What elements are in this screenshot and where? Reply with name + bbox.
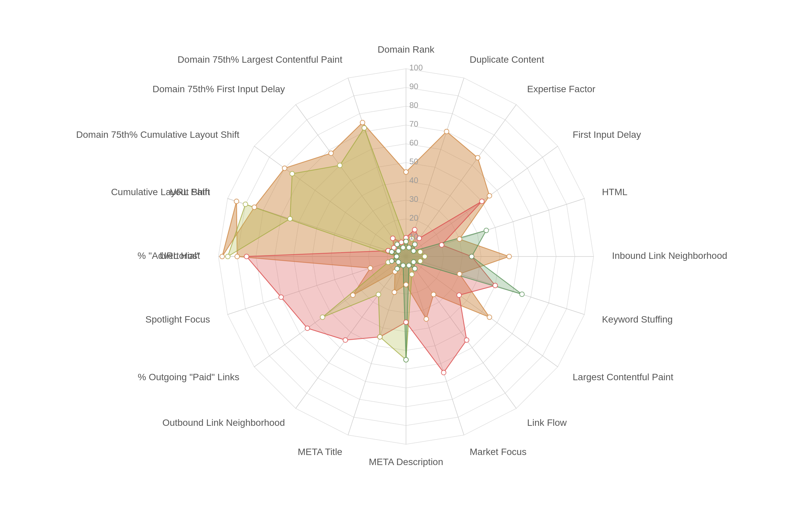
- svg-text:Domain 75th% Cumulative Layout: Domain 75th% Cumulative Layout Shift: [76, 129, 239, 140]
- svg-text:HTML: HTML: [602, 187, 628, 197]
- svg-point-72: [441, 370, 446, 375]
- svg-text:Largest Contentful Paint: Largest Contentful Paint: [573, 372, 674, 382]
- svg-point-39: [329, 151, 333, 156]
- svg-point-55: [368, 266, 373, 271]
- svg-point-106: [401, 245, 405, 250]
- svg-point-115: [412, 266, 417, 271]
- svg-text:40: 40: [409, 176, 418, 185]
- svg-point-43: [475, 156, 480, 160]
- svg-point-84: [362, 126, 367, 130]
- svg-point-37: [252, 205, 257, 210]
- svg-point-77: [279, 295, 283, 299]
- svg-point-71: [464, 338, 469, 342]
- svg-point-104: [396, 249, 401, 253]
- svg-text:Expertise Factor: Expertise Factor: [527, 84, 595, 94]
- svg-point-78: [244, 254, 249, 259]
- svg-point-67: [439, 242, 444, 247]
- svg-text:Outbound Link Neighborhood: Outbound Link Neighborhood: [163, 417, 285, 428]
- svg-point-94: [409, 272, 414, 277]
- svg-point-73: [404, 320, 408, 325]
- svg-point-96: [378, 334, 382, 339]
- svg-point-91: [418, 259, 423, 264]
- svg-point-56: [235, 254, 239, 259]
- chart-container: % "Advertorial"Cumulative Layout ShiftDo…: [0, 0, 812, 513]
- svg-text:Market Focus: Market Focus: [470, 447, 527, 457]
- svg-point-97: [376, 292, 381, 297]
- svg-text:Domain 75th% Largest Contentfu: Domain 75th% Largest Contentful Paint: [178, 54, 342, 65]
- svg-point-70: [457, 293, 462, 297]
- svg-point-75: [343, 338, 348, 342]
- svg-text:META Description: META Description: [369, 457, 443, 467]
- svg-point-113: [520, 292, 524, 296]
- svg-text:URL Host: URL Host: [160, 250, 200, 261]
- svg-point-80: [226, 254, 230, 259]
- svg-point-105: [395, 242, 400, 247]
- svg-point-117: [404, 357, 408, 362]
- svg-point-38: [282, 166, 287, 171]
- svg-point-69: [493, 283, 497, 288]
- svg-point-51: [404, 282, 408, 287]
- svg-point-48: [487, 315, 492, 320]
- radar-chart: % "Advertorial"Cumulative Layout ShiftDo…: [0, 0, 812, 513]
- svg-text:50: 50: [409, 157, 418, 166]
- svg-point-119: [395, 266, 400, 271]
- svg-point-61: [390, 236, 395, 241]
- svg-point-110: [411, 249, 416, 253]
- svg-text:Duplicate Content: Duplicate Content: [470, 54, 544, 65]
- svg-text:10: 10: [409, 232, 418, 241]
- svg-point-64: [412, 227, 417, 232]
- svg-text:80: 80: [409, 101, 418, 110]
- svg-point-89: [418, 249, 423, 254]
- svg-text:90: 90: [409, 82, 418, 91]
- svg-text:Keyword Stuffing: Keyword Stuffing: [602, 314, 673, 325]
- svg-point-50: [424, 317, 429, 321]
- svg-point-116: [407, 263, 411, 268]
- svg-point-81: [288, 217, 292, 221]
- svg-point-111: [484, 228, 489, 233]
- svg-point-107: [404, 239, 408, 244]
- svg-point-83: [338, 163, 342, 168]
- svg-point-46: [507, 254, 512, 259]
- svg-point-57: [234, 199, 239, 204]
- svg-point-54: [350, 293, 355, 297]
- svg-point-101: [243, 202, 248, 207]
- svg-point-108: [407, 245, 411, 250]
- svg-text:Inbound Link Neighborhood: Inbound Link Neighborhood: [612, 250, 727, 261]
- svg-text:% Outgoing "Paid" Links: % Outgoing "Paid" Links: [138, 372, 239, 382]
- svg-text:20: 20: [409, 213, 418, 222]
- svg-point-42: [444, 129, 449, 134]
- svg-text:60: 60: [409, 138, 418, 147]
- svg-point-122: [394, 254, 399, 259]
- svg-point-112: [469, 254, 474, 259]
- svg-point-118: [401, 263, 405, 268]
- svg-text:Domain 75th% First Input Delay: Domain 75th% First Input Delay: [152, 84, 285, 94]
- svg-point-120: [396, 260, 401, 264]
- svg-point-44: [487, 193, 492, 198]
- svg-text:Domain Rank: Domain Rank: [378, 44, 435, 55]
- svg-text:100: 100: [409, 63, 423, 72]
- svg-text:URL Path: URL Path: [170, 187, 210, 197]
- svg-point-76: [305, 326, 310, 331]
- svg-point-40: [360, 120, 365, 125]
- svg-point-49: [431, 292, 436, 297]
- svg-point-98: [320, 315, 325, 320]
- svg-point-82: [290, 171, 294, 176]
- svg-text:70: 70: [409, 119, 418, 128]
- svg-point-45: [457, 237, 462, 241]
- svg-text:Link Flow: Link Flow: [527, 417, 567, 428]
- svg-text:30: 30: [409, 194, 418, 204]
- svg-point-109: [412, 242, 417, 247]
- svg-point-123: [389, 249, 394, 254]
- svg-point-52: [392, 290, 397, 295]
- svg-point-121: [389, 259, 394, 264]
- svg-point-47: [457, 272, 462, 276]
- svg-text:Spotlight Focus: Spotlight Focus: [145, 314, 210, 325]
- svg-point-66: [480, 199, 484, 204]
- svg-point-114: [411, 260, 416, 264]
- svg-point-36: [220, 254, 225, 259]
- svg-text:META Title: META Title: [298, 447, 342, 457]
- svg-point-41: [404, 170, 408, 174]
- svg-point-90: [423, 254, 427, 259]
- svg-text:First Input Delay: First Input Delay: [573, 129, 641, 140]
